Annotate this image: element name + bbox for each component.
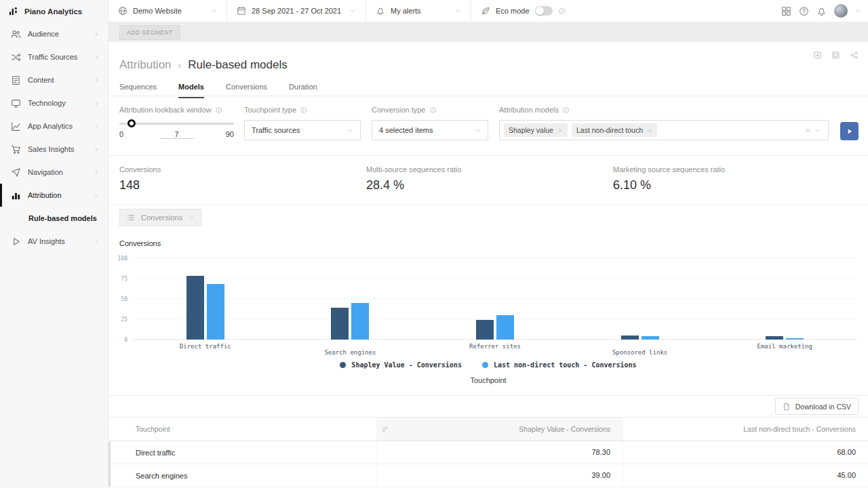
info-icon[interactable] [215, 106, 222, 114]
people-icon [11, 29, 21, 39]
bar-shapley-value-conversions-sponsored-links[interactable] [621, 336, 639, 340]
clear-all-icon[interactable] [805, 127, 811, 134]
download-csv-button[interactable]: Download in CSV [775, 398, 859, 415]
sidebar-item-audience[interactable]: Audience [0, 22, 108, 45]
chevron-down-icon[interactable] [855, 8, 861, 14]
sidebar-item-navigation[interactable]: Navigation [0, 161, 108, 184]
slider-handle[interactable] [127, 119, 136, 127]
sidebar-item-traffic-sources[interactable]: Traffic Sources [0, 45, 108, 68]
chip-remove-icon[interactable] [648, 128, 652, 133]
info-icon[interactable] [300, 106, 307, 114]
legend-label: Shapley Value - Conversions [351, 361, 462, 369]
page-title: Rule-based models [188, 58, 287, 72]
chevron-down-icon[interactable] [815, 127, 821, 134]
sidebar-item-label: Sales Insights [28, 145, 87, 153]
sidebar-item-label: Attribution [28, 191, 87, 199]
eco-mode-toggle[interactable] [535, 6, 553, 16]
sidebar-item-attribution[interactable]: Attribution [0, 184, 108, 207]
kpi-marketing-source-sequences-ratio: Marketing source sequences ratio6.10 % [613, 165, 725, 192]
apps-grid-icon[interactable] [781, 6, 791, 16]
legend-item-last-non-direct-touch-conversions[interactable]: Last non-direct touch - Conversions [482, 361, 637, 369]
bar-last-non-direct-touch-conversions-direct-traffic[interactable] [207, 284, 224, 340]
results-table: Touchpoint Shapley Value - Conversions L… [108, 417, 868, 488]
category-label: Search engines [278, 349, 423, 356]
add-segment-button[interactable]: ADD SEGMENT [119, 25, 180, 40]
chevron-down-icon [350, 8, 356, 14]
bookmark-add-icon[interactable] [813, 51, 822, 60]
sidebar-subitem-rule-based-models[interactable]: Rule-based models [0, 207, 108, 230]
filter-icon[interactable] [382, 426, 389, 433]
sidebar-nav: AudienceTraffic SourcesContentTechnology… [0, 22, 108, 253]
date-range-selector[interactable]: 28 Sep 2021 - 27 Oct 2021 [227, 0, 366, 22]
bar-last-non-direct-touch-conversions-referrer-sites[interactable] [496, 315, 514, 340]
share-icon[interactable] [850, 51, 859, 60]
bar-shapley-value-conversions-direct-traffic[interactable] [186, 276, 204, 340]
y-tick-label: 100 [118, 256, 127, 262]
conversion-type-label: Conversion type [372, 106, 426, 114]
info-icon[interactable] [429, 106, 437, 114]
column-header-touchpoint[interactable]: Touchpoint [108, 418, 376, 441]
touchpoint-type-select[interactable]: Traffic sources [244, 120, 361, 140]
brand-logo-row[interactable]: Piano Analytics [0, 0, 108, 22]
bar-shapley-value-conversions-search-engines[interactable] [331, 308, 349, 340]
touchpoint-type-label: Touchpoint type [244, 106, 296, 114]
sidebar-item-technology[interactable]: Technology [0, 92, 108, 115]
sidebar-item-label: AV Insights [28, 237, 87, 245]
chevron-right-icon [94, 54, 100, 60]
bar-shapley-value-conversions-referrer-sites[interactable] [476, 320, 494, 340]
user-avatar[interactable] [834, 4, 848, 18]
legend-item-shapley-value-conversions[interactable]: Shapley Value - Conversions [340, 361, 462, 369]
legend-dot [482, 362, 488, 368]
metric-selector-button[interactable]: Conversions [119, 209, 201, 226]
bar-last-non-direct-touch-conversions-email-marketing[interactable] [786, 338, 804, 340]
info-icon[interactable] [558, 7, 566, 15]
sidebar-item-sales-insights[interactable]: Sales Insights [0, 138, 108, 161]
notifications-bell-icon[interactable] [816, 6, 827, 16]
bell-icon [376, 6, 385, 16]
toggle-knob [536, 7, 544, 15]
cursor-icon [11, 167, 21, 178]
run-query-button[interactable] [840, 122, 859, 140]
sidebar-item-av-insights[interactable]: AV Insights [0, 230, 108, 253]
slider-max: 90 [226, 130, 234, 138]
y-tick-label: 75 [121, 276, 127, 282]
table-scrollbar[interactable] [108, 442, 111, 487]
chevron-right-icon [94, 31, 100, 37]
attribution-models-multiselect[interactable]: Shapley valueLast non-direct touch [499, 120, 829, 140]
site-selector[interactable]: Demo Website [108, 0, 227, 22]
sidebar-item-content[interactable]: Content [0, 68, 108, 92]
help-icon[interactable] [799, 6, 809, 16]
sidebar-item-label: App Analytics [28, 122, 87, 130]
chevron-down-icon [347, 127, 353, 134]
sidebar-item-app-analytics[interactable]: App Analytics [0, 115, 108, 138]
y-tick-label: 25 [121, 317, 127, 323]
y-tick-label: 50 [121, 296, 127, 302]
conversion-type-select[interactable]: 4 selected items [372, 120, 488, 140]
download-row: Download in CSV [108, 395, 868, 417]
breadcrumb-parent[interactable]: Attribution [119, 58, 172, 72]
kpi-label: Marketing source sequences ratio [613, 165, 725, 174]
chip-remove-icon[interactable] [558, 128, 563, 133]
info-icon[interactable] [562, 106, 570, 114]
column-header-last-ndt[interactable]: Last non-direct touch - Conversions [623, 418, 868, 441]
bar-last-non-direct-touch-conversions-search-engines[interactable] [351, 303, 369, 340]
bar-shapley-value-conversions-email-marketing[interactable] [766, 336, 783, 340]
table-header: Touchpoint Shapley Value - Conversions L… [108, 418, 868, 441]
bar-chart-icon [11, 190, 21, 201]
sidebar-item-label: Rule-based models [28, 214, 100, 222]
cell-last-ndt-value: 68.00 [623, 441, 868, 464]
lookback-value-input[interactable] [160, 130, 194, 139]
sidebar-item-label: Content [28, 76, 87, 84]
alerts-selector[interactable]: My alerts [366, 0, 471, 22]
bar-group-referrer-sites: Referrer sites [422, 258, 568, 340]
column-header-shapley[interactable]: Shapley Value - Conversions [376, 418, 623, 441]
kpi-label: Multi-source sequences ratio [366, 165, 462, 174]
category-label: Referrer sites [422, 343, 568, 350]
lookback-slider[interactable] [119, 123, 234, 125]
save-snapshot-icon[interactable] [831, 51, 840, 60]
legend-label: Last non-direct touch - Conversions [494, 361, 637, 369]
breadcrumb-separator: › [178, 60, 182, 70]
bar-last-non-direct-touch-conversions-sponsored-links[interactable] [642, 336, 659, 340]
y-tick-label: 0 [124, 337, 127, 343]
eco-mode-label: Eco mode [496, 7, 530, 15]
